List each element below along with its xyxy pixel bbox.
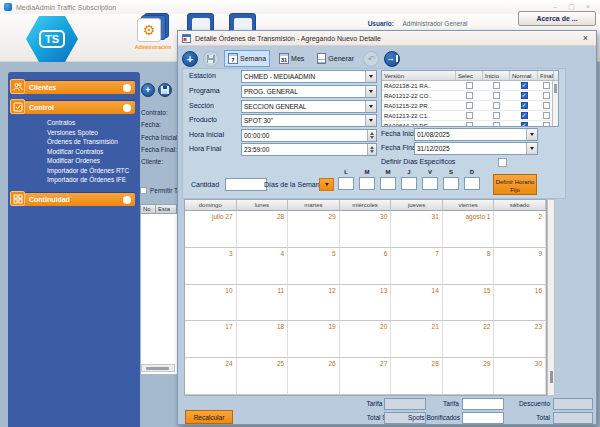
normal-checkbox[interactable]: ✓ [521, 102, 528, 109]
day-count-box[interactable] [464, 177, 480, 190]
calendar-day-cell[interactable]: 29 [443, 358, 495, 395]
calendar-scrollbar[interactable] [547, 199, 555, 396]
calendar-day-cell[interactable]: 17 [185, 321, 237, 358]
hora-inicial-input[interactable]: 00:00:00 [241, 129, 377, 142]
chevron-down-icon[interactable] [365, 86, 376, 97]
selec-checkbox[interactable] [466, 122, 473, 127]
maximize-icon[interactable]: ▢ [568, 3, 575, 11]
selec-checkbox[interactable] [466, 82, 473, 89]
sidebar-item-modificar-ordenes[interactable]: Modificar Ordenes [8, 156, 140, 166]
calendar-day-cell[interactable]: 31 [391, 211, 443, 248]
calendar-day-cell[interactable]: 13 [340, 285, 392, 322]
inicio-checkbox[interactable] [493, 112, 500, 119]
inicio-checkbox[interactable] [493, 92, 500, 99]
calendar-day-cell[interactable]: 24 [185, 358, 237, 395]
calendar-day-cell[interactable]: 21 [391, 321, 443, 358]
estacion-select[interactable]: CHMED - MEDIAADMIN [241, 70, 377, 83]
final-checkbox[interactable] [543, 112, 550, 119]
recalcular-button[interactable]: Recalcular [185, 410, 233, 424]
inicio-checkbox[interactable] [493, 82, 500, 89]
version-row[interactable]: RA01213-22 C1..✓ [382, 111, 558, 121]
calendar-day-cell[interactable]: 20 [340, 321, 392, 358]
calendar-day-cell[interactable]: julio 27 [185, 211, 237, 248]
calendar-day-cell[interactable]: 14 [391, 285, 443, 322]
selec-checkbox[interactable] [466, 102, 473, 109]
day-count-box[interactable] [359, 177, 375, 190]
version-row[interactable]: RA01215-22 PR..✓ [382, 101, 558, 111]
close-icon[interactable]: × [586, 3, 590, 11]
about-button[interactable]: Acerca de ... [518, 11, 596, 26]
calendar-day-cell[interactable]: 2 [494, 211, 546, 248]
generar-button[interactable]: Generar [313, 50, 358, 67]
calendar-day-cell[interactable]: 10 [185, 285, 237, 322]
chevron-down-icon[interactable] [526, 143, 537, 154]
calendar-day-cell[interactable]: 26 [288, 358, 340, 395]
day-count-box[interactable] [401, 177, 417, 190]
calendar-day-cell[interactable]: 5 [288, 248, 340, 285]
permitir-checkbox[interactable] [140, 187, 147, 194]
calendar-day-cell[interactable]: 23 [494, 321, 546, 358]
final-checkbox[interactable] [543, 92, 550, 99]
final-checkbox[interactable] [543, 122, 550, 127]
minimize-icon[interactable]: – [553, 3, 557, 11]
calendar-day-cell[interactable]: 12 [288, 285, 340, 322]
semana-toggle[interactable]: 7 Semana [224, 50, 270, 67]
hora-final-input[interactable]: 23:59:00 [241, 143, 377, 156]
orders-save-button[interactable] [158, 83, 172, 97]
calendar-day-cell[interactable]: 27 [340, 358, 392, 395]
version-row[interactable]: RA02138-21 RA..✓ [382, 81, 558, 91]
final-checkbox[interactable] [543, 82, 550, 89]
fecha-final-select[interactable]: 31/12/2025 [414, 142, 538, 155]
definir-horario-button[interactable]: Definir Horario Fijo [493, 174, 537, 195]
scrollbar-thumb[interactable] [146, 367, 169, 370]
calendar-day-cell[interactable]: 22 [443, 321, 495, 358]
version-row[interactable]: RA01212-22 CO..✓ [382, 91, 558, 101]
add-detail-button[interactable]: + [182, 51, 198, 67]
orders-add-button[interactable]: + [141, 83, 155, 97]
dias-semana-dropdown[interactable] [319, 178, 334, 191]
calendar-day-cell[interactable]: 15 [443, 285, 495, 322]
calendar-day-cell[interactable]: 6 [340, 248, 392, 285]
undo-button[interactable]: ↶ [363, 51, 379, 67]
version-row[interactable]: RA00644-23 DE..✓ [382, 121, 558, 127]
calendar-day-cell[interactable]: 25 [237, 358, 289, 395]
selec-checkbox[interactable] [466, 112, 473, 119]
day-count-box[interactable] [380, 177, 396, 190]
normal-checkbox[interactable]: ✓ [521, 122, 528, 127]
normal-checkbox[interactable]: ✓ [521, 92, 528, 99]
calendar-day-cell[interactable]: 19 [288, 321, 340, 358]
calendar-day-cell[interactable]: 28 [391, 358, 443, 395]
orders-hscrollbar[interactable] [141, 364, 175, 372]
mes-toggle[interactable]: 31 Mes [275, 50, 308, 67]
calendar-day-cell[interactable]: 7 [391, 248, 443, 285]
scrollbar-thumb[interactable] [550, 371, 553, 383]
calendar-day-cell[interactable]: 30 [494, 358, 546, 395]
calendar-day-cell[interactable]: 28 [237, 211, 289, 248]
sidebar-section-control[interactable]: Control [13, 100, 135, 114]
cantidad-input[interactable] [225, 178, 267, 191]
spots-bonificados-input[interactable] [462, 412, 504, 424]
seccion-select[interactable]: SECCION GENERAL [241, 100, 377, 113]
day-count-box[interactable] [443, 177, 459, 190]
inicio-checkbox[interactable] [493, 122, 500, 127]
normal-checkbox[interactable]: ✓ [521, 82, 528, 89]
exit-button[interactable]: → [384, 51, 400, 67]
sidebar-section-continuidad[interactable]: Continuidad [13, 192, 135, 206]
calendar-day-cell[interactable]: 3 [185, 248, 237, 285]
sidebar-section-clientes[interactable]: Clientes [13, 80, 135, 94]
sidebar-item-importador-de-o-rdenes-ife[interactable]: Importador de Órdenes IFE [8, 175, 140, 185]
spinner-icon[interactable] [367, 130, 376, 141]
programa-select[interactable]: PROG. GENERAL [241, 85, 377, 98]
orders-list[interactable] [140, 214, 177, 374]
chevron-down-icon[interactable] [526, 129, 537, 140]
calendar-day-cell[interactable]: 8 [443, 248, 495, 285]
chevron-down-icon[interactable] [365, 101, 376, 112]
calendar-day-cell[interactable]: 18 [237, 321, 289, 358]
sidebar-item-contratos[interactable]: Contratos [8, 118, 140, 128]
sidebar-item-versiones-spoteo[interactable]: Versiones Spoteo [8, 128, 140, 138]
spinner-icon[interactable] [367, 144, 376, 155]
day-count-box[interactable] [338, 177, 354, 190]
final-checkbox[interactable] [543, 102, 550, 109]
dialog-close-button[interactable]: × [583, 33, 588, 43]
sidebar-item-modificar-contratos[interactable]: Modificar Contratos [8, 147, 140, 157]
